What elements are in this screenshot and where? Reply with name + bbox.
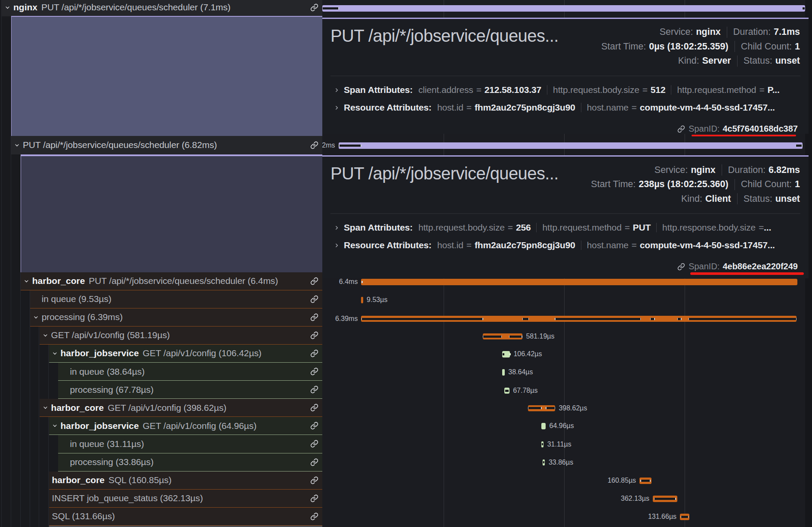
chevron-down-icon[interactable] xyxy=(24,278,29,284)
chevron-right-icon[interactable] xyxy=(334,87,340,93)
link-icon[interactable] xyxy=(310,422,318,430)
meta-row: Kind: Client Status: unset xyxy=(681,191,800,206)
service-name: harbor_core xyxy=(52,475,105,485)
chevron-right-icon[interactable] xyxy=(334,243,340,248)
span-row[interactable]: harbor_coreGET /api/v1/config (398.62µs) xyxy=(40,399,322,417)
span-row-body[interactable]: nginxPUT /api/*/jobservice/queues/schedu… xyxy=(2,0,322,16)
chevron-right-icon[interactable] xyxy=(334,225,340,231)
chevron-down-icon[interactable] xyxy=(43,333,48,338)
span-row-body[interactable]: harbor_corePUT /api/*/jobservice/queues/… xyxy=(21,272,322,290)
span-duration-bar[interactable] xyxy=(639,478,651,484)
chevron-down-icon[interactable] xyxy=(43,405,48,410)
span-id-row[interactable]: SpanID: 4eb86e2ea220f249 xyxy=(677,262,798,271)
span-duration-bar[interactable] xyxy=(541,441,543,448)
scrollbar-thumb[interactable] xyxy=(49,526,323,527)
meta-row: Service: nginx Duration: 7.1ms xyxy=(660,25,800,40)
meta-value: 0µs (18:02:25.359) xyxy=(649,41,729,52)
span-duration-bar[interactable] xyxy=(483,333,522,340)
span-row[interactable]: harbor_coreSQL (160.85µs) xyxy=(49,472,323,490)
span-attributes-row[interactable]: Span Attributes: client.address = 212.58… xyxy=(330,85,806,95)
span-row-body[interactable]: in queue (9.53µs) xyxy=(30,290,322,308)
span-row-body[interactable]: INSERT job_queue_status (362.13µs) xyxy=(49,490,323,508)
chevron-right-icon[interactable] xyxy=(334,105,340,111)
annotation-underline xyxy=(690,272,804,275)
attribute-key: client.address xyxy=(418,85,473,95)
resource-attributes-row[interactable]: Resource Attributes: host.id = fhm2au2c7… xyxy=(330,102,806,113)
slit-cap xyxy=(640,480,641,482)
link-icon[interactable] xyxy=(310,331,318,339)
link-icon[interactable] xyxy=(677,263,685,271)
span-row-body[interactable]: harbor_jobserviceGET /api/v1/config (64.… xyxy=(49,417,323,435)
span-row-body[interactable]: harbor_jobserviceGET /api/v1/config (106… xyxy=(49,345,323,363)
link-icon[interactable] xyxy=(310,494,318,502)
link-icon[interactable] xyxy=(310,512,318,521)
link-icon[interactable] xyxy=(310,440,318,448)
span-row-body[interactable]: harbor_coreGET /api/v1/config (398.62µs) xyxy=(40,399,322,417)
span-row[interactable]: processing (33.86µs) xyxy=(58,453,322,472)
span-id-row[interactable]: SpanID: 4c5f7640168dc387 xyxy=(677,124,798,134)
bar-child-nub xyxy=(509,353,510,355)
resource-attributes-row[interactable]: Resource Attributes: host.id = fhm2au2c7… xyxy=(330,240,806,250)
span-row[interactable]: harbor_jobserviceGET /api/v1/config (64.… xyxy=(49,417,323,435)
span-row-body[interactable]: processing (67.78µs) xyxy=(58,381,322,399)
span-row[interactable]: PUT /api/*/jobservice/queues/scheduler (… xyxy=(11,136,322,154)
span-row-body[interactable]: GET /api/v1/config (581.19µs) xyxy=(40,327,322,345)
span-row-body[interactable]: SQL (131.66µs) xyxy=(49,508,323,526)
link-icon[interactable] xyxy=(677,125,685,133)
link-icon[interactable] xyxy=(310,313,318,321)
span-duration-bar[interactable] xyxy=(680,514,689,520)
span-row[interactable]: in queue (9.53µs) xyxy=(30,290,322,308)
span-duration-bar[interactable] xyxy=(339,142,803,149)
chevron-down-icon[interactable] xyxy=(33,314,39,320)
chevron-down-icon[interactable] xyxy=(5,5,10,10)
span-row[interactable]: processing (6.39ms) xyxy=(30,308,322,327)
span-row[interactable]: harbor_jobserviceGET /api/v1/config (106… xyxy=(49,345,323,363)
span-duration-bar[interactable] xyxy=(361,297,363,303)
link-icon[interactable] xyxy=(310,141,318,149)
span-row[interactable]: GET /api/v1/config (581.19µs) xyxy=(40,327,322,345)
span-expanded-area[interactable] xyxy=(21,154,322,272)
link-icon[interactable] xyxy=(310,385,318,394)
span-detail-card: PUT /api/*/jobservice/queues... Service:… xyxy=(322,18,809,134)
chevron-down-icon[interactable] xyxy=(52,351,58,356)
link-icon[interactable] xyxy=(310,476,318,484)
span-row-body[interactable]: in queue (31.11µs) xyxy=(58,435,322,453)
span-duration-bar[interactable] xyxy=(528,405,555,412)
meta-value: 6.82ms xyxy=(769,165,800,176)
span-row-body[interactable]: harbor_coreSQL (160.85µs) xyxy=(49,472,323,490)
link-icon[interactable] xyxy=(310,3,318,12)
span-row[interactable]: SQL (131.66µs) xyxy=(49,508,323,526)
span-duration-bar[interactable] xyxy=(543,459,545,466)
span-attributes-row[interactable]: Span Attributes: http.request.body.size … xyxy=(330,222,806,233)
slit-cap xyxy=(522,336,522,338)
span-row[interactable]: harbor_corePUT /api/*/jobservice/queues/… xyxy=(21,272,322,290)
span-id-value: 4eb86e2ea220f249 xyxy=(722,262,798,271)
link-icon[interactable] xyxy=(310,295,318,303)
link-icon[interactable] xyxy=(310,458,318,466)
link-icon[interactable] xyxy=(310,404,318,412)
link-icon[interactable] xyxy=(310,277,318,285)
span-row-body[interactable]: processing (6.39ms) xyxy=(30,308,322,327)
span-duration-bar[interactable] xyxy=(361,316,797,322)
span-duration-bar[interactable] xyxy=(322,5,805,12)
chevron-down-icon[interactable] xyxy=(52,423,58,428)
span-row[interactable]: in queue (31.11µs) xyxy=(58,435,322,453)
link-icon[interactable] xyxy=(310,349,318,357)
span-row[interactable]: nginxPUT /api/*/jobservice/queues/schedu… xyxy=(2,0,322,16)
span-duration-bar[interactable] xyxy=(502,369,504,376)
span-row-body[interactable]: in queue (38.64µs) xyxy=(58,363,322,381)
span-row[interactable]: processing (67.78µs) xyxy=(58,381,322,399)
span-duration-bar[interactable] xyxy=(653,496,677,502)
span-duration-bar[interactable] xyxy=(361,279,797,285)
slit-cap xyxy=(681,516,681,518)
span-row-body[interactable]: processing (33.86µs) xyxy=(58,453,322,472)
link-icon[interactable] xyxy=(310,367,318,376)
chevron-down-icon[interactable] xyxy=(14,142,20,148)
span-expanded-area[interactable] xyxy=(11,16,322,136)
span-row[interactable]: INSERT job_queue_status (362.13µs) xyxy=(49,490,323,508)
span-duration-bar[interactable] xyxy=(541,423,546,429)
span-duration-bar[interactable] xyxy=(502,351,510,357)
span-duration-bar[interactable] xyxy=(504,388,509,394)
span-row[interactable]: in queue (38.64µs) xyxy=(58,363,322,381)
span-row-body[interactable]: PUT /api/*/jobservice/queues/scheduler (… xyxy=(11,136,322,154)
